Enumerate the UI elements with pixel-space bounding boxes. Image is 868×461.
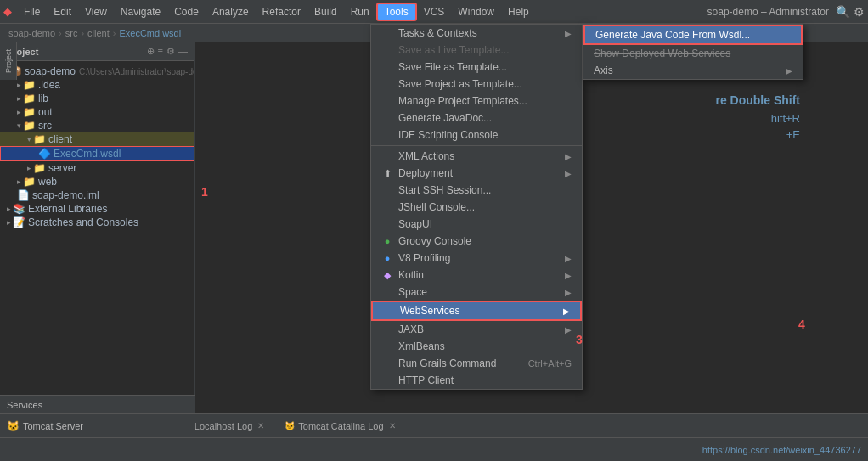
tree-expand-icon: ▸ (7, 205, 11, 213)
menu-grails[interactable]: Run Grails Command Ctrl+Alt+G (371, 355, 582, 372)
menu-item-label: Generate Java Code From Wsdl... (595, 29, 750, 41)
folder-icon: 📁 (23, 79, 36, 91)
search-everywhere-icon[interactable]: 🔍 (836, 5, 850, 19)
tree-item-web[interactable]: ▸ 📁 web (0, 175, 194, 188)
menu-item-label: Save Project as Template... (398, 78, 522, 90)
sidebar-icon-minimize[interactable]: — (178, 46, 188, 57)
menu-show-deployed-services: Show Deployed Web Services (583, 45, 803, 62)
menu-item-label: Start SSH Session... (398, 184, 491, 196)
folder-icon: 📁 (23, 120, 36, 132)
sidebar-icon-sync[interactable]: ⊕ (147, 46, 155, 57)
hint-area: re Double Shift hift+R +E (715, 93, 800, 141)
tree-expand-icon: ▸ (27, 164, 31, 172)
menu-groovy-console[interactable]: ● Groovy Console (371, 233, 582, 250)
breadcrumb-part-0[interactable]: soap-demo (8, 28, 55, 38)
tree-label: Scratches and Consoles (28, 216, 138, 228)
tree-item-lib[interactable]: ▸ 📁 lib (0, 92, 194, 105)
sidebar-tools: ⊕ ≡ ⚙ — (147, 46, 188, 57)
menu-window[interactable]: Window (451, 4, 501, 20)
webservices-submenu[interactable]: Generate Java Code From Wsdl... Show Dep… (583, 24, 803, 80)
tree-expand-icon: ▾ (27, 135, 31, 143)
menu-xmlbeans[interactable]: XmlBeans (371, 338, 582, 355)
menu-axis[interactable]: Axis ▶ (583, 62, 803, 79)
menu-vcs[interactable]: VCS (417, 4, 452, 20)
tree-item-soap-demo[interactable]: ▾ 📦 soap-demo C:\Users\Administrator\soa… (0, 65, 194, 78)
breadcrumb-part-1[interactable]: src (65, 28, 78, 38)
hint-line-2: hift+R (715, 112, 800, 125)
menu-http-client[interactable]: HTTP Client (371, 372, 582, 389)
tree-item-out[interactable]: ▸ 📁 out (0, 105, 194, 119)
menu-run[interactable]: Run (344, 4, 376, 20)
tree-label: soap-demo.iml (32, 189, 99, 201)
menu-item-label: Deployment (398, 167, 453, 179)
menu-xml-actions[interactable]: XML Actions ▶ (371, 148, 582, 165)
tab-label: Tomcat Catalina Log (298, 421, 383, 431)
menu-code[interactable]: Code (167, 4, 206, 20)
tree-item-iml[interactable]: 📄 soap-demo.iml (0, 188, 194, 202)
menu-ssh-session[interactable]: Start SSH Session... (371, 182, 582, 199)
tab-close-icon[interactable]: ✕ (257, 421, 264, 430)
menu-separator-1 (371, 145, 582, 146)
menu-tools[interactable]: Tools (376, 3, 417, 21)
menu-soapui[interactable]: SoapUI (371, 216, 582, 233)
tree-expand-icon: ▸ (17, 177, 21, 186)
menu-item-label: Space (398, 286, 427, 298)
menu-file[interactable]: File (17, 4, 47, 20)
status-url: https://blog.csdn.net/weixin_44736277 (702, 445, 861, 455)
menu-manage-templates[interactable]: Manage Project Templates... (371, 93, 582, 110)
menu-kotlin[interactable]: ◆ Kotlin ▶ (371, 267, 582, 284)
v8-icon: ● (381, 253, 393, 263)
menu-save-file-template[interactable]: Save File as Template... (371, 59, 582, 76)
tomcat-icon-2: 🐱 (285, 421, 295, 430)
tree-item-execcmd[interactable]: 🔷 ExecCmd.wsdl (0, 146, 194, 161)
tree-item-scratches[interactable]: ▸ 📝 Scratches and Consoles (0, 216, 194, 229)
menu-generate-java-wsdl[interactable]: Generate Java Code From Wsdl... (583, 25, 803, 45)
tree-item-client[interactable]: ▾ 📁 client (0, 132, 194, 146)
tab-tomcat-catalina[interactable]: 🐱 Tomcat Catalina Log ✕ (276, 419, 403, 433)
menu-build[interactable]: Build (307, 4, 344, 20)
menu-edit[interactable]: Edit (47, 4, 78, 20)
menu-save-project-template[interactable]: Save Project as Template... (371, 76, 582, 93)
hint-line-1: re Double Shift (715, 93, 800, 107)
tree-item-server[interactable]: ▸ 📁 server (0, 161, 194, 175)
breadcrumb-part-2[interactable]: client (87, 28, 110, 38)
tree-item-ext-libs[interactable]: ▸ 📚 External Libraries (0, 202, 194, 216)
groovy-icon: ● (381, 236, 393, 246)
submenu-arrow: ▶ (563, 306, 570, 316)
tools-menu[interactable]: Tasks & Contexts ▶ Save as Live Template… (370, 24, 583, 390)
menu-space[interactable]: Space ▶ (371, 284, 582, 301)
menu-tasks-contexts[interactable]: Tasks & Contexts ▶ (371, 25, 582, 42)
menu-item-label: V8 Profiling (398, 252, 450, 264)
tomcat-server-label: Tomcat Server (23, 421, 83, 431)
settings-icon[interactable]: ⚙ (854, 5, 865, 19)
tree-label: client (48, 133, 72, 145)
sidebar-icon-collapse[interactable]: ≡ (158, 46, 163, 57)
menu-save-live-template: Save as Live Template... (371, 42, 582, 59)
tomcat-server-bar: 🐱 Tomcat Server (0, 413, 195, 437)
menu-ide-scripting-console[interactable]: IDE Scripting Console (371, 126, 582, 143)
tree-item-src[interactable]: ▾ 📁 src (0, 119, 194, 132)
project-tab-vertical[interactable]: Project (3, 46, 14, 76)
menu-view[interactable]: View (78, 4, 114, 20)
tree-label: .idea (38, 79, 60, 91)
sidebar-icon-settings[interactable]: ⚙ (166, 46, 175, 57)
file-icon: 📄 (17, 189, 30, 201)
menu-help[interactable]: Help (501, 4, 536, 20)
breadcrumb-part-3[interactable]: ExecCmd.wsdl (119, 28, 181, 38)
menu-webservices[interactable]: WebServices ▶ (371, 301, 582, 321)
menu-jshell[interactable]: JShell Console... (371, 199, 582, 216)
menu-navigate[interactable]: Navigate (114, 4, 167, 20)
folder-icon: 📁 (33, 133, 46, 145)
tab-close-icon-2[interactable]: ✕ (389, 421, 396, 430)
tree-item-idea[interactable]: ▸ 📁 .idea (0, 78, 194, 92)
menu-analyze[interactable]: Analyze (206, 4, 256, 20)
menu-v8-profiling[interactable]: ● V8 Profiling ▶ (371, 250, 582, 267)
menu-generate-javadoc[interactable]: Generate JavaDoc... (371, 110, 582, 126)
menu-jaxb[interactable]: JAXB ▶ (371, 321, 582, 338)
menu-item-label: WebServices (400, 305, 459, 317)
menu-refactor[interactable]: Refactor (256, 4, 307, 20)
submenu-arrow: ▶ (786, 66, 792, 76)
tree-expand-icon: ▸ (17, 81, 21, 89)
shortcut-label: Ctrl+Alt+G (511, 358, 572, 368)
menu-deployment[interactable]: ⬆ Deployment ▶ (371, 165, 582, 182)
